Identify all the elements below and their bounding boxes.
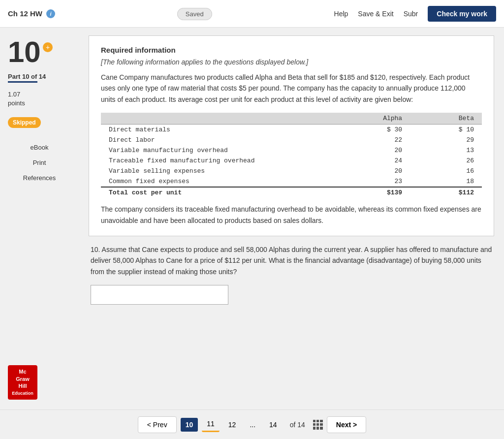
row-label-dl: Direct labor — [101, 135, 329, 145]
top-bar: Ch 12 HW i Saved Help Save & Exit Subr C… — [0, 0, 504, 28]
help-link[interactable]: Help — [334, 10, 348, 18]
row-alpha-dl: 22 — [329, 135, 410, 145]
part-underline — [8, 81, 37, 83]
cost-table: Alpha Beta Direct materials $ 30 $ 10 Di… — [101, 113, 482, 198]
part-info: Part 10 of 14 — [8, 73, 71, 80]
row-alpha-total: $139 — [329, 187, 410, 198]
skipped-badge: Skipped — [8, 117, 41, 128]
row-alpha-cfe: 23 — [329, 176, 410, 187]
submit-link[interactable]: Subr — [404, 10, 418, 18]
avoidable-text: The company considers its traceable fixe… — [101, 204, 482, 226]
row-alpha-vmoh: 20 — [329, 145, 410, 156]
skipped-badge-area: Skipped — [8, 113, 71, 128]
page-14[interactable]: 14 — [264, 418, 282, 432]
col-header-beta: Beta — [410, 113, 482, 125]
row-label-dm: Direct materials — [101, 125, 329, 135]
top-bar-right: Help Save & Exit Subr Check my work — [334, 6, 496, 22]
row-alpha-vse: 20 — [329, 166, 410, 176]
page-10[interactable]: 10 — [181, 418, 198, 432]
bottom-nav: < Prev 10 11 12 ... 14 of 14 Next > — [0, 409, 504, 439]
next-button[interactable]: Next > — [327, 416, 366, 433]
description-text: Cane Company manufactures two products c… — [101, 72, 482, 105]
row-label-tfmoh: Traceable fixed manufacturing overhead — [101, 156, 329, 166]
page-11[interactable]: 11 — [202, 417, 220, 432]
row-beta-dl: 29 — [410, 135, 482, 145]
main-layout: 10 + Part 10 of 14 1.07 points Skipped e… — [0, 28, 504, 409]
sidebar-links: eBook Print References — [8, 144, 71, 182]
required-info-title: Required information — [101, 46, 482, 54]
row-beta-total: $112 — [410, 187, 482, 198]
top-bar-left: Ch 12 HW i — [8, 9, 55, 18]
prev-button[interactable]: < Prev — [138, 416, 177, 433]
row-beta-vmoh: 13 — [410, 145, 482, 156]
row-beta-tfmoh: 26 — [410, 156, 482, 166]
answer-input[interactable] — [91, 285, 228, 305]
info-box: Required information [The following info… — [89, 35, 494, 236]
references-link[interactable]: References — [8, 174, 71, 182]
saved-badge: Saved — [177, 9, 212, 18]
points-value: 1.07 — [8, 91, 20, 98]
answer-area — [89, 285, 494, 305]
part-info-area: Part 10 of 14 — [8, 73, 71, 84]
table-row: Common fixed expenses 23 18 — [101, 176, 482, 187]
question-number-area: 10 + — [8, 37, 71, 67]
table-total-row: Total cost per unit $139 $112 — [101, 187, 482, 198]
row-label-cfe: Common fixed expenses — [101, 176, 329, 187]
question-text: 10. Assume that Cane expects to produce … — [89, 244, 494, 277]
row-label-total: Total cost per unit — [101, 187, 329, 198]
table-row: Variable selling expenses 20 16 — [101, 166, 482, 176]
mcgraw-hill-logo: Mc Graw Hill Education — [8, 365, 37, 400]
table-row: Variable manufacturing overhead 20 13 — [101, 145, 482, 156]
row-beta-vse: 16 — [410, 166, 482, 176]
italic-note: [The following information applies to th… — [101, 58, 482, 66]
table-row: Traceable fixed manufacturing overhead 2… — [101, 156, 482, 166]
row-beta-dm: $ 10 — [410, 125, 482, 135]
check-my-work-button[interactable]: Check my work — [428, 6, 496, 22]
save-exit-link[interactable]: Save & Exit — [358, 10, 393, 18]
table-row: Direct labor 22 29 — [101, 135, 482, 145]
page-ellipsis: ... — [245, 418, 260, 432]
row-alpha-tfmoh: 24 — [329, 156, 410, 166]
page-12[interactable]: 12 — [223, 418, 241, 432]
sidebar: 10 + Part 10 of 14 1.07 points Skipped e… — [0, 28, 79, 409]
hw-title: Ch 12 HW — [8, 9, 42, 18]
row-label-vse: Variable selling expenses — [101, 166, 329, 176]
plus-icon[interactable]: + — [43, 42, 53, 52]
question-number: 10 — [8, 35, 41, 68]
row-alpha-dm: $ 30 — [329, 125, 410, 135]
content-area: Required information [The following info… — [79, 28, 504, 409]
row-beta-cfe: 18 — [410, 176, 482, 187]
ebook-link[interactable]: eBook — [8, 144, 71, 151]
points-label: points — [8, 99, 25, 107]
row-label-vmoh: Variable manufacturing overhead — [101, 145, 329, 156]
points-area: 1.07 points — [8, 90, 71, 107]
table-row: Direct materials $ 30 $ 10 — [101, 125, 482, 135]
grid-icon[interactable] — [313, 420, 323, 430]
info-icon[interactable]: i — [46, 9, 55, 18]
print-link[interactable]: Print — [8, 159, 71, 166]
of-total: of 14 — [290, 421, 305, 429]
col-header-label — [101, 113, 329, 125]
col-header-alpha: Alpha — [329, 113, 410, 125]
